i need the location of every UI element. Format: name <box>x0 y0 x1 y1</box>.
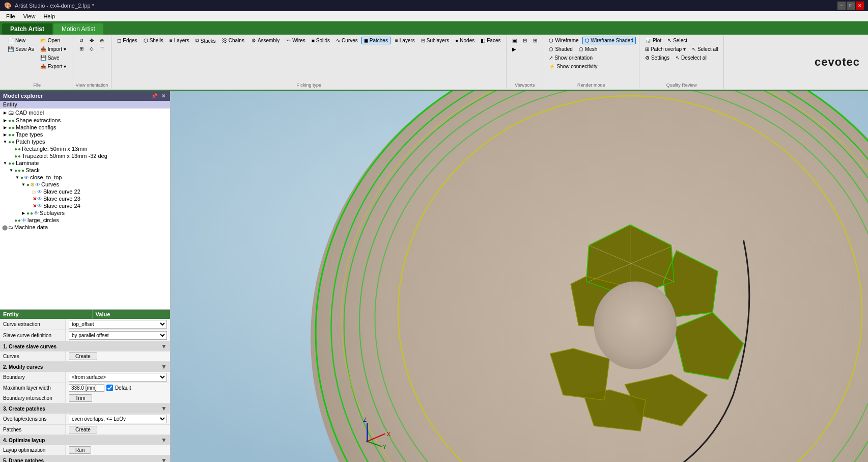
machine-configs-arrow[interactable]: ▶ <box>2 125 8 130</box>
view-rotate-button[interactable]: ↺ <box>77 37 86 44</box>
deselect-all-button[interactable]: ↖ Deselect all <box>673 54 710 62</box>
tree-item-slave22[interactable]: ▷ 👁 Slave curve 22 <box>0 188 170 195</box>
section3-toggle: ▼ <box>161 405 167 412</box>
save-as-button[interactable]: 💾 Save As <box>5 45 37 53</box>
tab-motion-artist[interactable]: Motion Artist <box>53 23 103 35</box>
overlap-select[interactable]: even overlaps, <= LoOv <box>69 415 167 423</box>
pick-edges-button[interactable]: ◻ Edges <box>115 37 139 44</box>
viewport-quad-button[interactable]: ⊞ <box>530 37 540 44</box>
pick-layers2-button[interactable]: ≡ Layers <box>393 37 417 44</box>
tree-item-close-to-top[interactable]: ▼ ● 👁 close_to_top <box>0 174 170 181</box>
section-create-patches[interactable]: 3. Create patches ▼ <box>0 403 170 414</box>
mesh-button[interactable]: ⬡ Mesh <box>576 45 600 53</box>
pick-assembly-button[interactable]: ⚙ Assembly <box>249 37 282 44</box>
tree-item-large-circles[interactable]: ● ● 👁 large_circles <box>0 216 170 224</box>
pick-chains-button[interactable]: ⛓ Chains <box>219 37 247 44</box>
save-button[interactable]: 💾 Save <box>38 54 69 62</box>
select-button[interactable]: ↖ Select <box>665 37 690 44</box>
viewport-play-button[interactable]: ▶ <box>510 45 519 53</box>
pick-curves-button[interactable]: ∿ Curves <box>333 37 360 44</box>
new-button[interactable]: 📄 New <box>5 37 37 44</box>
pick-layers-button[interactable]: ≡ Layers <box>167 37 192 44</box>
trim-button[interactable]: Trim <box>69 394 92 402</box>
explorer-pin-icon[interactable]: 📌 <box>151 92 158 99</box>
patch-overlap-button[interactable]: ⊞ Patch overlap ▾ <box>642 45 688 53</box>
tree-item-slave24[interactable]: ✕ 👁 Slave curve 24 <box>0 202 170 209</box>
tree-item-sublayers[interactable]: ▶ ● ● 👁 Sublayers <box>0 209 170 216</box>
pick-patches-button[interactable]: ◼ Patches <box>361 37 390 44</box>
view-fit-button[interactable]: ⊞ <box>77 45 86 52</box>
boundary-select[interactable]: <from surface> <box>69 373 167 382</box>
tree-item-rectangle[interactable]: ● ● Rectangle: 50mm x 13mm <box>0 145 170 152</box>
tree-item-machine-configs[interactable]: ▶ ● ● Machine configs <box>0 124 170 131</box>
pick-shells-button[interactable]: ⬡ Shells <box>141 37 166 44</box>
menu-view[interactable]: View <box>19 12 40 20</box>
create-patches-button[interactable]: Create <box>69 426 97 433</box>
run-layup-button[interactable]: Run <box>69 446 91 454</box>
view-zoom-button[interactable]: ⊕ <box>97 37 106 44</box>
tree-item-trapezoid[interactable]: ● ● Trapezoid: 50mm x 13mm -32 deg <box>0 152 170 159</box>
tree-item-curves[interactable]: ▼ ● ⚙ 👁 Curves <box>0 181 170 188</box>
pick-nodes-button[interactable]: ● Nodes <box>453 37 477 44</box>
cad-model-arrow[interactable]: ▶ <box>2 111 8 115</box>
pick-solids-button[interactable]: ■ Solids <box>309 37 332 44</box>
laminate-arrow[interactable]: ▼ <box>2 161 8 166</box>
create-curves-button[interactable]: Create <box>69 352 97 360</box>
max-layer-width-input[interactable] <box>69 384 104 392</box>
tree-item-stack[interactable]: ▼ ● ● ● Stack <box>0 167 170 174</box>
show-orientation-button[interactable]: ↗ Show orientation <box>546 54 595 62</box>
section-modify-curves[interactable]: 2. Modify curves ▼ <box>0 362 170 372</box>
export-button[interactable]: 📤 Export ▾ <box>38 63 69 70</box>
tree-item-slave23[interactable]: ✕ 👁 Slave curve 23 <box>0 195 170 202</box>
tab-patch-artist[interactable]: Patch Artist <box>2 23 52 35</box>
tree-item-shape-extractions[interactable]: ▶ ● ● Shape extractions <box>0 117 170 124</box>
viewport-single-button[interactable]: ▣ <box>510 37 519 44</box>
settings-button[interactable]: ⚙ Settings <box>642 54 672 62</box>
tape-types-arrow[interactable]: ▶ <box>2 132 8 137</box>
import-button[interactable]: 📥 Import ▾ <box>38 45 69 53</box>
viewport[interactable]: Z X Y <box>171 91 868 462</box>
plot-button[interactable]: 📊 Plot <box>642 37 664 44</box>
minimize-button[interactable]: ─ <box>837 2 846 10</box>
curves-arrow[interactable]: ▼ <box>20 182 26 187</box>
show-connectivity-button[interactable]: ⚡ Show connectivity <box>546 63 600 70</box>
tree-item-machine-data[interactable]: ⬤ 🗂 Machine data <box>0 224 170 231</box>
wireframe-button[interactable]: ⬡ Wireframe <box>546 37 581 44</box>
section-create-slave-curves[interactable]: 1. Create slave curves ▼ <box>0 341 170 351</box>
view-iso-button[interactable]: ◇ <box>87 45 96 52</box>
ribbon-group-picking: ◻ Edges ⬡ Shells ≡ Layers ⧉ Stacks ⛓ Cha… <box>111 36 507 89</box>
pick-sublayers-button[interactable]: ⊟ Sublayers <box>418 37 452 44</box>
shape-extractions-arrow[interactable]: ▶ <box>2 118 8 123</box>
pick-faces-button[interactable]: ◧ Faces <box>478 37 503 44</box>
sublayers-arrow[interactable]: ▶ <box>20 211 26 215</box>
close-top-arrow[interactable]: ▼ <box>14 175 20 180</box>
pick-stacks-button[interactable]: ⧉ Stacks <box>193 37 218 45</box>
pick-wires-button[interactable]: 〰 Wires <box>283 37 308 44</box>
shaded-button[interactable]: ⬡ Shaded <box>546 45 575 53</box>
viewport-horiz-button[interactable]: ⊟ <box>520 37 529 44</box>
boundary-intersection-label: Boundary intersection <box>0 393 66 403</box>
patch-types-arrow[interactable]: ▼ <box>2 140 8 144</box>
wireframe-shaded-button[interactable]: ⬡ Wireframe Shaded <box>582 37 636 44</box>
section-drape-patches[interactable]: 5. Drape patches ▼ <box>0 455 170 462</box>
close-button[interactable]: ✕ <box>856 2 864 10</box>
tree-item-patch-types[interactable]: ▼ ● ● Patch types <box>0 138 170 145</box>
explorer-close-icon[interactable]: ✕ <box>160 92 167 99</box>
restore-button[interactable]: □ <box>847 2 855 10</box>
select-all-button[interactable]: ↖ Select all <box>689 45 721 53</box>
3d-viewport[interactable]: Z X Y <box>171 91 868 462</box>
open-button[interactable]: 📂 Open <box>38 37 69 44</box>
curve-extraction-select[interactable]: top_offset bottom_offset center <box>69 320 167 329</box>
default-checkbox[interactable] <box>106 385 113 391</box>
stack-arrow[interactable]: ▼ <box>8 168 14 173</box>
slave-curve-def-select[interactable]: by parallel offset by projection <box>69 331 167 340</box>
view-pan-button[interactable]: ✥ <box>87 37 96 44</box>
menu-file[interactable]: File <box>2 12 19 20</box>
tree-item-cad-model[interactable]: ▶ 🗂 CAD model <box>0 108 170 117</box>
menu-help[interactable]: Help <box>39 12 59 20</box>
view-top-button[interactable]: ⊤ <box>97 45 107 52</box>
tree-item-laminate[interactable]: ▼ ● ● Laminate <box>0 159 170 167</box>
tree-item-tape-types[interactable]: ▶ ● ● Tape types <box>0 131 170 138</box>
section-optimize-layup[interactable]: 4. Optimize layup ▼ <box>0 435 170 445</box>
patches-row: Patches Create <box>0 425 170 435</box>
